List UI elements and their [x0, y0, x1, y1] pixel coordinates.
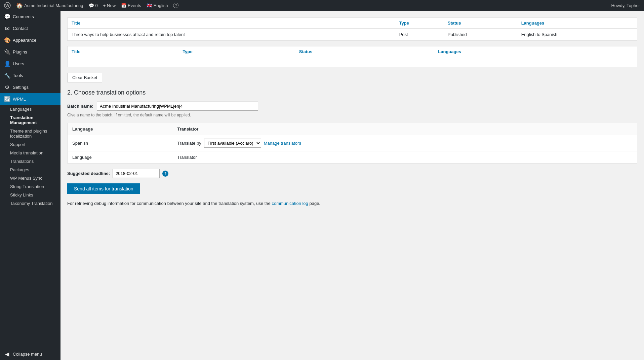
language-empty: Language [68, 151, 173, 164]
site-name-link[interactable]: Acme Industrial Manufacturing [24, 3, 83, 8]
manage-translators-link[interactable]: Manage translators [264, 141, 301, 146]
translator-select-cell: Translate by First available (Acclaro) M… [173, 135, 637, 151]
svg-text:W: W [5, 3, 10, 8]
translate-by-label: Translate by [177, 141, 201, 146]
sidebar-sub-support[interactable]: Support [0, 140, 61, 149]
comments-icon: 💬 [4, 13, 10, 20]
sidebar-sub-packages[interactable]: Packages [0, 166, 61, 174]
sidebar-item-appearance[interactable]: 🎨 Appearance [0, 34, 61, 46]
sidebar-sub-media-translation[interactable]: Media translation [0, 149, 61, 157]
translator-table: Language Translator Spanish Translate by… [67, 123, 637, 164]
translator-col-language: Language [68, 123, 173, 135]
translator-empty: Translator [173, 151, 637, 164]
table-row: Three ways to help businesses attract an… [68, 29, 637, 41]
sidebar-sub-translation-management[interactable]: Translation Management [0, 113, 61, 127]
empty-row [68, 57, 637, 67]
col-header-type-1[interactable]: Type [395, 18, 444, 29]
sidebar-sub-languages[interactable]: Languages [0, 105, 61, 113]
sidebar-sub-taxonomy-translation[interactable]: Taxonomy Translation [0, 199, 61, 208]
main-content: Title Type Status Languages Three ways t… [61, 11, 644, 360]
row-languages: English to Spanish [517, 29, 637, 41]
clear-basket-button[interactable]: Clear Basket [67, 73, 102, 82]
row-status: Published [444, 29, 517, 41]
howdy-bar-item: Howdy, Topher [611, 3, 640, 8]
row-title: Three ways to help businesses attract an… [68, 29, 395, 41]
wpml-icon: 🔄 [4, 96, 10, 102]
deadline-input[interactable] [113, 169, 160, 178]
col-header-languages-2[interactable]: Languages [434, 46, 637, 57]
row-type: Post [395, 29, 444, 41]
sidebar-sub-sticky-links[interactable]: Sticky Links [0, 191, 61, 199]
plugins-icon: 🔌 [4, 49, 10, 55]
tools-icon: 🔧 [4, 72, 10, 79]
sidebar-sub-string-translation[interactable]: String Translation [0, 182, 61, 191]
sidebar-item-tools[interactable]: 🔧 Tools [0, 70, 61, 81]
users-icon: 👤 [4, 61, 10, 67]
wp-logo[interactable]: W [4, 2, 11, 9]
col-header-title-1[interactable]: Title [68, 18, 395, 29]
sidebar-item-comments[interactable]: 💬 Comments [0, 11, 61, 23]
site-name-bar[interactable]: 🏠 Acme Industrial Manufacturing [16, 2, 83, 9]
section-heading: 2. Choose translation options [67, 89, 637, 96]
col-header-status-1[interactable]: Status [444, 18, 517, 29]
col-header-title-2[interactable]: Title [68, 46, 179, 57]
help-bar-item[interactable]: ? [173, 3, 178, 8]
language-bar-item[interactable]: 🇬🇧 English [147, 3, 168, 8]
col-header-type-2[interactable]: Type [178, 46, 295, 57]
sidebar-item-wpml[interactable]: 🔄 WPML [0, 93, 61, 105]
batch-name-row: Batch name: [67, 102, 637, 111]
contact-icon: ✉ [4, 25, 10, 32]
sidebar-sub-theme-plugins[interactable]: Theme and plugins localization [0, 127, 61, 140]
items-table-1: Title Type Status Languages Three ways t… [67, 17, 637, 41]
col-header-status-2[interactable]: Status [295, 46, 434, 57]
batch-name-hint: Give a name to the batch. If omitted, th… [67, 113, 637, 117]
translator-row-empty: Language Translator [68, 151, 637, 164]
sidebar-item-settings[interactable]: ⚙ Settings [0, 81, 61, 93]
sidebar-collapse-section: ◀ Collapse menu [0, 348, 61, 360]
settings-icon: ⚙ [4, 84, 10, 91]
admin-bar: W 🏠 Acme Industrial Manufacturing 💬 0 + … [0, 0, 644, 11]
debug-info: For retrieving debug information for com… [67, 201, 637, 206]
translator-row-spanish: Spanish Translate by First available (Ac… [68, 135, 637, 151]
sidebar: 💬 Comments ✉ Contact 🎨 Appearance 🔌 Plug… [0, 11, 61, 360]
translator-select[interactable]: First available (Acclaro) Manually [204, 139, 261, 148]
sidebar-sub-translations[interactable]: Translations [0, 157, 61, 166]
translator-col-translator: Translator [173, 123, 637, 135]
sidebar-item-plugins[interactable]: 🔌 Plugins [0, 46, 61, 58]
send-all-button[interactable]: Send all items for translation [67, 183, 140, 194]
sidebar-item-users[interactable]: 👤 Users [0, 58, 61, 70]
sidebar-item-contact[interactable]: ✉ Contact [0, 23, 61, 34]
comments-bar-item[interactable]: 💬 0 [89, 3, 98, 8]
send-button-container: Send all items for translation [67, 183, 637, 201]
batch-name-input[interactable] [97, 102, 258, 111]
appearance-icon: 🎨 [4, 37, 10, 43]
communication-log-link[interactable]: communication log [272, 201, 308, 206]
language-spanish: Spanish [68, 135, 173, 151]
new-content-bar-item[interactable]: + New [103, 3, 116, 8]
items-table-2: Title Type Status Languages [67, 46, 637, 67]
deadline-row: Suggested deadline: ? [67, 169, 637, 178]
collapse-menu-button[interactable]: ◀ Collapse menu [0, 348, 61, 360]
col-header-languages-1[interactable]: Languages [517, 18, 637, 29]
batch-name-label: Batch name: [67, 104, 93, 109]
sidebar-sub-wp-menus-sync[interactable]: WP Menus Sync [0, 174, 61, 182]
deadline-label: Suggested deadline: [67, 171, 110, 176]
deadline-help-icon[interactable]: ? [162, 171, 168, 177]
collapse-icon: ◀ [4, 351, 10, 357]
events-bar-item[interactable]: 📅 Events [121, 3, 141, 8]
